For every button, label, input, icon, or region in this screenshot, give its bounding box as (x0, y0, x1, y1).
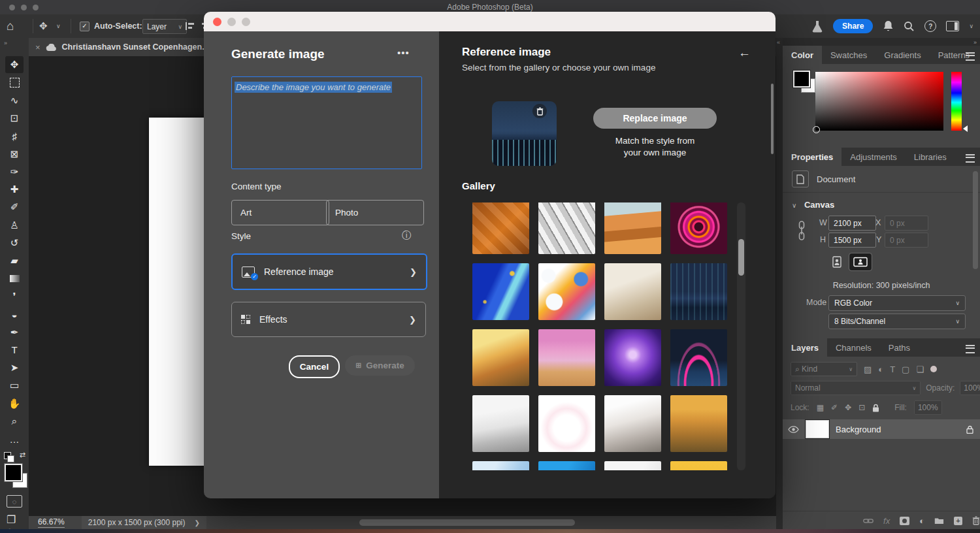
selected-reference-thumbnail[interactable] (492, 101, 557, 166)
back-arrow-icon[interactable]: ← (738, 46, 751, 60)
info-icon[interactable]: ⓘ (402, 230, 411, 242)
tab-swatches[interactable]: Swatches (822, 46, 875, 64)
zoom-tool-icon[interactable]: ⌕ (0, 413, 29, 430)
gallery-item-watercolor-daisies[interactable] (538, 263, 595, 320)
portrait-orientation-button[interactable] (828, 253, 845, 270)
new-layer-icon[interactable]: + (954, 517, 962, 525)
more-options-icon[interactable]: ••• (397, 47, 410, 58)
clone-stamp-tool-icon[interactable]: ♙ (0, 217, 29, 234)
filter-type-layers-icon[interactable]: T (890, 364, 895, 374)
notifications-bell-icon[interactable] (883, 20, 894, 32)
gallery-item-desert-dunes[interactable] (604, 202, 661, 254)
auto-select-target-dropdown[interactable]: Layer ∨ (142, 19, 187, 34)
filter-shape-layers-icon[interactable]: ▢ (902, 364, 909, 374)
default-colors-icon[interactable]: ⇄ (3, 451, 26, 462)
tab-libraries[interactable]: Libraries (906, 148, 955, 166)
properties-scrollbar[interactable] (973, 171, 978, 269)
workspace-icon[interactable] (946, 21, 959, 31)
pen-tool-icon[interactable]: ✒ (0, 324, 29, 341)
blur-tool-icon[interactable]: ❜ (0, 288, 29, 305)
gallery-item-yellow-sun-abstract[interactable] (670, 461, 727, 470)
delete-layer-trash-icon[interactable] (972, 516, 980, 525)
brush-tool-icon[interactable]: ✐ (0, 199, 29, 216)
replace-image-button[interactable]: Replace image (593, 108, 717, 129)
dodge-tool-icon[interactable]: ◒ (0, 306, 29, 323)
tab-gradients[interactable]: Gradients (875, 46, 929, 64)
move-tool-icon[interactable]: ✥ (5, 56, 24, 73)
foreground-color-swatch[interactable] (793, 71, 810, 88)
lock-transparency-icon[interactable]: ▦ (817, 403, 824, 412)
lasso-tool-icon[interactable]: ∿ (0, 92, 29, 109)
layer-row-background[interactable]: Background (783, 419, 980, 439)
frame-tool-icon[interactable]: ⊠ (0, 146, 29, 163)
gallery-item-orange-geometric-diamonds[interactable] (472, 202, 529, 254)
hue-slider[interactable] (951, 72, 962, 131)
color-cursor[interactable] (813, 126, 820, 133)
tab-layers[interactable]: Layers (783, 338, 827, 357)
search-icon[interactable] (904, 21, 915, 32)
canvas-section-header[interactable]: ∨ Canvas (792, 200, 834, 210)
blend-mode-dropdown[interactable]: Normal ∨ (791, 381, 921, 395)
width-field[interactable]: 2100 px (828, 216, 876, 231)
lock-artboard-icon[interactable]: ⊡ (858, 403, 865, 412)
auto-select-checkbox[interactable]: ✓ (80, 22, 90, 31)
chevron-down-icon[interactable]: ∨ (969, 23, 973, 29)
dialog-close-button[interactable] (213, 18, 221, 26)
panel-menu-icon[interactable] (966, 52, 975, 61)
gallery-scrollbar-thumb[interactable] (738, 239, 744, 276)
panel-menu-icon[interactable] (966, 154, 975, 163)
gradient-tool-icon[interactable] (0, 270, 29, 287)
align-left-icon[interactable] (186, 22, 194, 30)
bit-depth-dropdown[interactable]: 8 Bits/Channel ∨ (828, 314, 966, 329)
fill-field[interactable]: 100% (914, 400, 942, 415)
chevron-down-icon[interactable]: ∨ (56, 14, 61, 38)
gallery-item-night-city-skyline[interactable] (670, 263, 727, 320)
gallery-item-neon-arch-tunnel[interactable] (670, 329, 727, 386)
filter-smart-objects-icon[interactable]: ❏ (916, 364, 924, 374)
document-tab[interactable]: × Christianshavn Sunset Copenhagen.p (29, 38, 220, 56)
layer-visibility-eye-icon[interactable] (788, 426, 799, 433)
gallery-item-laughing-woman-sketch[interactable] (604, 395, 661, 452)
filter-pixel-layers-icon[interactable]: ▨ (864, 364, 872, 374)
healing-brush-tool-icon[interactable]: ✚ (0, 181, 29, 198)
layer-locked-icon[interactable] (966, 425, 973, 434)
link-layers-icon[interactable] (863, 518, 874, 524)
content-type-photo-button[interactable]: Photo (326, 200, 424, 225)
gallery-item-cartoon-unicorn[interactable] (538, 395, 595, 452)
hue-cursor[interactable] (963, 125, 968, 132)
shape-tool-icon[interactable]: ▭ (0, 377, 29, 394)
new-adjustment-layer-icon[interactable]: ◐ (919, 516, 924, 526)
gallery-item-neon-heart-tunnel[interactable] (670, 202, 727, 254)
prompt-textarea[interactable]: Describe the image you want to generate (231, 76, 422, 169)
type-tool-icon[interactable]: T (0, 342, 29, 359)
home-icon[interactable]: ⌂ (7, 14, 14, 38)
screen-mode-button[interactable]: ❐ (7, 513, 16, 526)
lock-pixels-icon[interactable]: ✐ (831, 403, 838, 412)
swap-colors-icon[interactable]: ⇄ (20, 451, 25, 459)
gallery-item-blue-watercolor[interactable] (472, 461, 529, 470)
history-brush-tool-icon[interactable]: ↺ (0, 234, 29, 251)
panel-collapse-strip[interactable]: « (776, 38, 783, 529)
tab-color[interactable]: Color (783, 46, 822, 64)
pane-scrollbar[interactable] (771, 84, 774, 154)
add-layer-mask-icon[interactable] (900, 517, 909, 525)
gallery-item-white-triangle-pattern[interactable] (538, 202, 595, 254)
gallery-item-golden-foggy-forest[interactable] (670, 395, 727, 452)
path-selection-tool-icon[interactable]: ➤ (0, 359, 29, 376)
edit-toolbar-icon[interactable]: … (0, 430, 29, 447)
gallery-item-cosmic-meditation[interactable] (604, 329, 661, 386)
document-page[interactable] (149, 118, 208, 466)
dialog-zoom-button[interactable] (242, 18, 250, 26)
filter-adjustment-layers-icon[interactable]: ◐ (878, 364, 883, 374)
document-info[interactable]: 2100 px x 1500 px (300 ppi) ❯ (82, 516, 206, 529)
eraser-tool-icon[interactable]: ▰ (0, 252, 29, 269)
height-field[interactable]: 1500 px (828, 233, 876, 248)
tab-properties[interactable]: Properties (783, 148, 841, 166)
color-mode-dropdown[interactable]: RGB Color ∨ (828, 295, 966, 311)
close-tab-icon[interactable]: × (35, 42, 41, 52)
dialog-minimize-button[interactable] (227, 18, 236, 26)
gallery-item-blue-gradient[interactable] (538, 461, 595, 470)
gallery-item-blue-gold-marble[interactable] (472, 263, 529, 320)
tab-paths[interactable]: Paths (880, 338, 919, 357)
tab-adjustments[interactable]: Adjustments (841, 148, 906, 166)
